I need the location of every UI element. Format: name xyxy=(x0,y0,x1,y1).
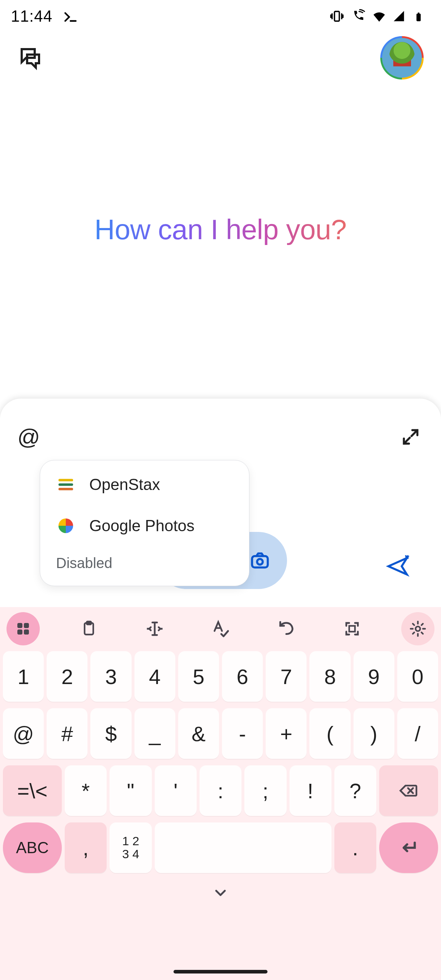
key-@[interactable]: @ xyxy=(3,708,44,759)
mention-item-label: OpenStax xyxy=(89,476,160,493)
svg-rect-3 xyxy=(252,556,268,567)
status-bar: 11:44 xyxy=(0,0,441,32)
key-$[interactable]: $ xyxy=(91,708,131,759)
key-?[interactable]: ? xyxy=(334,765,376,816)
key-9[interactable]: 9 xyxy=(353,651,394,702)
kb-row-4: ABC , 1 2 3 4 . xyxy=(3,822,438,873)
key-3[interactable]: 3 xyxy=(91,651,131,702)
key-+[interactable]: + xyxy=(266,708,307,759)
key-_[interactable]: _ xyxy=(134,708,175,759)
svg-rect-0 xyxy=(334,11,339,21)
svg-rect-7 xyxy=(59,488,73,490)
hero-greeting: How can I help you? xyxy=(0,213,441,246)
scan-icon[interactable] xyxy=(336,612,369,645)
key-5[interactable]: 5 xyxy=(178,651,219,702)
key-abc[interactable]: ABC xyxy=(3,822,62,873)
soft-keyboard: 1234567890 @#$_&-+()/ =\< *"':;!? ABC , … xyxy=(0,607,441,980)
svg-rect-9 xyxy=(18,623,22,628)
mention-disabled-label: Disabled xyxy=(40,546,249,586)
terminal-icon xyxy=(62,9,77,24)
key-)[interactable]: ) xyxy=(353,708,394,759)
key-/[interactable]: / xyxy=(397,708,438,759)
keyboard-toolbar xyxy=(0,607,441,650)
key-1[interactable]: 1 xyxy=(3,651,44,702)
app-header xyxy=(0,32,441,83)
clipboard-icon[interactable] xyxy=(72,612,105,645)
svg-rect-10 xyxy=(24,623,29,628)
account-avatar[interactable] xyxy=(380,36,423,80)
key-backspace[interactable] xyxy=(379,765,438,816)
svg-rect-5 xyxy=(59,479,73,481)
kb-row-3: =\< *"':;!? xyxy=(3,765,438,816)
key--[interactable]: - xyxy=(222,708,263,759)
conversations-icon[interactable] xyxy=(18,45,43,71)
grid-icon[interactable] xyxy=(6,612,40,645)
keyboard-collapse[interactable] xyxy=(0,873,441,913)
key-enter[interactable] xyxy=(379,822,438,873)
wifi-icon xyxy=(372,9,386,24)
text-cursor-icon[interactable] xyxy=(138,612,171,645)
key-;[interactable]: ; xyxy=(244,765,286,816)
svg-rect-12 xyxy=(24,630,29,635)
composer-sheet: @ OpenStax xyxy=(0,399,441,607)
settings-icon[interactable] xyxy=(401,612,435,645)
vibrate-icon xyxy=(330,9,344,24)
openstax-icon xyxy=(56,475,76,494)
key-4[interactable]: 4 xyxy=(134,651,175,702)
mention-popover: OpenStax Google Photos Disabled xyxy=(40,460,250,586)
svg-rect-6 xyxy=(59,484,73,486)
svg-point-4 xyxy=(257,559,263,565)
key-8[interactable]: 8 xyxy=(309,651,350,702)
mention-item-google-photos[interactable]: Google Photos xyxy=(40,505,249,546)
undo-icon[interactable] xyxy=(270,612,303,645)
mention-item-label: Google Photos xyxy=(89,517,194,535)
kb-row-1: 1234567890 xyxy=(3,651,438,702)
key-6[interactable]: 6 xyxy=(222,651,263,702)
google-photos-icon xyxy=(56,516,76,536)
key-period[interactable]: . xyxy=(334,822,376,873)
key-numpad[interactable]: 1 2 3 4 xyxy=(110,822,151,873)
key-#[interactable]: # xyxy=(47,708,88,759)
key-2[interactable]: 2 xyxy=(47,651,88,702)
key-'[interactable]: ' xyxy=(155,765,197,816)
avatar-image xyxy=(382,38,422,78)
key-symbols-mode[interactable]: =\< xyxy=(3,765,62,816)
key-7[interactable]: 7 xyxy=(266,651,307,702)
composer-input[interactable]: @ xyxy=(18,424,40,450)
send-button[interactable] xyxy=(385,554,410,579)
key-![interactable]: ! xyxy=(290,765,331,816)
svg-rect-2 xyxy=(418,13,420,14)
key-:[interactable]: : xyxy=(199,765,242,816)
svg-rect-1 xyxy=(416,14,421,21)
key-*[interactable]: * xyxy=(65,765,107,816)
status-clock: 11:44 xyxy=(11,7,53,25)
spellcheck-icon[interactable] xyxy=(204,612,237,645)
key-&[interactable]: & xyxy=(178,708,219,759)
kb-row-2: @#$_&-+()/ xyxy=(3,708,438,759)
svg-rect-11 xyxy=(18,630,22,635)
battery-icon xyxy=(414,9,428,24)
key-space[interactable] xyxy=(155,822,331,873)
key-comma[interactable]: , xyxy=(65,822,107,873)
svg-rect-15 xyxy=(349,626,355,632)
wifi-calling-icon xyxy=(351,9,365,24)
mention-item-openstax[interactable]: OpenStax xyxy=(40,464,249,505)
key-([interactable]: ( xyxy=(309,708,350,759)
expand-icon[interactable] xyxy=(401,427,421,447)
key-0[interactable]: 0 xyxy=(397,651,438,702)
svg-point-16 xyxy=(416,627,420,631)
nav-pill[interactable] xyxy=(174,970,267,974)
cell-icon xyxy=(393,9,407,24)
key-"[interactable]: " xyxy=(110,765,151,816)
